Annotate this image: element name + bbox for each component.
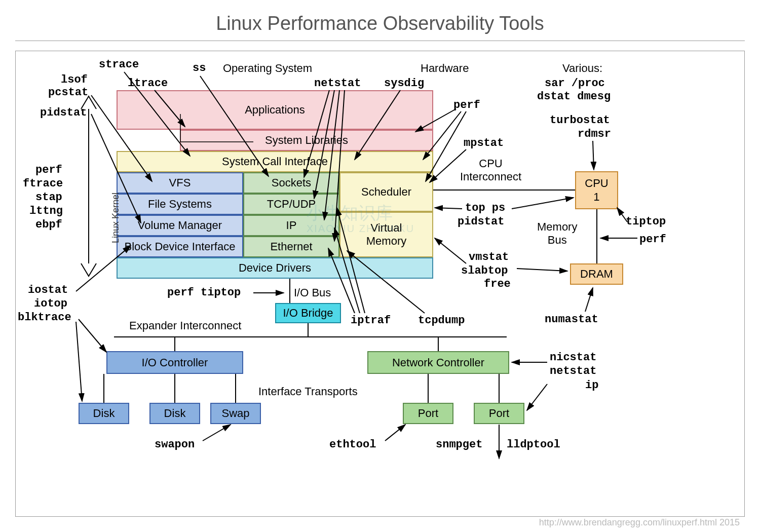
box-vfs: VFS (117, 172, 243, 194)
syscall-label: System Call Interface (222, 155, 328, 168)
ioctrl-label: I/O Controller (142, 356, 208, 369)
credit: http://www.brendangregg.com/linuxperf.ht… (539, 517, 740, 528)
tool-vmstat: vmstat (469, 251, 509, 263)
box-cpu: CPU 1 (575, 171, 618, 209)
iface-label: Interface Transports (258, 385, 358, 398)
ethernet-label: Ethernet (270, 240, 312, 253)
sockets-label: Sockets (272, 176, 311, 189)
box-dram: DRAM (570, 263, 623, 285)
tool-perf-cpu: perf (639, 233, 666, 246)
box-disk2: Disk (149, 403, 200, 424)
netctrl-label: Network Controller (392, 356, 484, 369)
tool-free: free (484, 278, 511, 290)
box-applications: Applications (117, 90, 433, 130)
various-label: Various: (562, 62, 602, 75)
tool-ltrace: ltrace (128, 77, 168, 90)
tool-pidstat-top: pidstat (40, 106, 87, 119)
box-ioctrl: I/O Controller (106, 351, 243, 374)
box-swap: Swap (210, 403, 261, 424)
tool-pidstat-right: pidstat (458, 215, 504, 228)
fs-label: File Systems (148, 198, 212, 211)
iobridge-label: I/O Bridge (283, 307, 333, 320)
bdi-label: Block Device Interface (125, 240, 236, 253)
tool-sysdig: sysdig (384, 77, 424, 90)
box-syslib: System Libraries (180, 130, 433, 151)
box-port2: Port (474, 403, 524, 424)
tool-ss: ss (193, 62, 206, 74)
tool-snmpget: snmpget (436, 438, 482, 451)
tool-perf-top: perf (453, 99, 480, 111)
tool-stap: stap (35, 191, 62, 204)
cpu-label: CPU 1 (585, 177, 608, 204)
kernel-label: Linux Kernel (110, 193, 121, 243)
tool-nicstat: nicstat (550, 351, 596, 364)
expander-label: Expander Interconnect (129, 319, 241, 332)
watermark-en: XIAONIU ZHISHIKU (307, 223, 414, 235)
disk2-label: Disk (164, 407, 186, 420)
tool-lttng: lttng (29, 205, 63, 217)
box-drivers: Device Drivers (117, 257, 433, 279)
tool-dstat-dmesg: dstat dmesg (537, 90, 611, 103)
tool-ethtool: ethtool (329, 438, 376, 451)
tool-tcpdump: tcpdump (418, 314, 465, 327)
swap-label: Swap (221, 407, 249, 420)
tool-rdmsr: rdmsr (578, 128, 611, 140)
box-bdi: Block Device Interface (117, 236, 243, 257)
tool-tiptop: tiptop (626, 215, 666, 228)
disk1-label: Disk (93, 407, 115, 420)
dram-label: DRAM (580, 268, 613, 281)
port2-label: Port (489, 407, 509, 420)
os-label: Operating System (223, 62, 312, 75)
box-syscall: System Call Interface (117, 151, 433, 172)
box-volman: Volume Manager (117, 215, 243, 236)
tool-slabtop: slabtop (461, 264, 508, 277)
tool-pcstat: pcstat (48, 86, 88, 99)
watermark-cn: 小牛知识库 (307, 202, 393, 225)
tool-strace: strace (99, 58, 139, 71)
tool-ip: ip (585, 379, 598, 392)
applications-label: Applications (245, 103, 305, 117)
tool-lldptool: lldptool (507, 438, 560, 451)
tool-mpstat: mpstat (464, 137, 504, 149)
box-netctrl: Network Controller (367, 351, 509, 374)
drivers-label: Device Drivers (239, 261, 311, 275)
box-sockets: Sockets (243, 172, 339, 194)
tool-perf-tiptop: perf tiptop (167, 286, 241, 299)
box-port1: Port (403, 403, 453, 424)
tool-blktrace: blktrace (18, 311, 71, 324)
ip-label: IP (286, 219, 297, 232)
vfs-label: VFS (169, 176, 191, 189)
box-disk1: Disk (79, 403, 129, 424)
iobus-label: I/O Bus (294, 286, 331, 299)
box-fs: File Systems (117, 194, 243, 215)
box-ethernet: Ethernet (243, 236, 339, 257)
hw-label: Hardware (421, 62, 469, 75)
tool-netstat: netstat (550, 365, 596, 377)
scheduler-label: Scheduler (361, 185, 411, 199)
port1-label: Port (418, 407, 438, 420)
tool-iostat: iostat (28, 284, 68, 296)
cpu-interconnect-label: CPU Interconnect (460, 157, 521, 184)
memory-bus-label: Memory Bus (537, 220, 577, 247)
tool-top-ps: top ps (465, 202, 505, 214)
tool-netstat: netstat (314, 77, 361, 90)
page-title: Linux Performance Observability Tools (0, 13, 760, 34)
tool-iotop: iotop (34, 297, 67, 310)
tool-sar-proc: sar /proc (545, 77, 605, 90)
syslib-label: System Libraries (265, 134, 348, 147)
tool-ebpf: ebpf (35, 218, 62, 231)
tool-iptraf: iptraf (351, 314, 391, 327)
tool-perf-left: perf (35, 164, 62, 176)
tool-ftrace: ftrace (23, 177, 63, 190)
tool-swapon: swapon (155, 438, 195, 451)
tool-numastat: numastat (545, 313, 598, 326)
tool-turbostat: turbostat (550, 114, 610, 127)
tool-lsof: lsof (61, 73, 88, 86)
title-rule (15, 41, 745, 41)
volman-label: Volume Manager (138, 219, 222, 232)
box-iobridge: I/O Bridge (275, 303, 341, 323)
